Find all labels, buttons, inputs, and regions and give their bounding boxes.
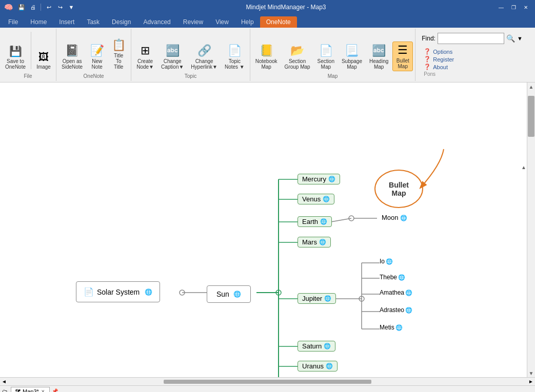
jupiter-ie-icon: 🌐 (324, 295, 331, 302)
amathea-node[interactable]: Amathea 🌐 (380, 289, 412, 296)
map3-tab-close[interactable]: ✕ (41, 389, 45, 393)
scroll-down-button[interactable]: ▼ (527, 369, 535, 377)
map-canvas[interactable]: Bullet Map 📄 Solar System 🌐 Sun 🌐 Mercur… (0, 82, 527, 377)
sun-node[interactable]: Sun 🌐 (207, 285, 251, 303)
earth-label: Earth (302, 218, 318, 225)
open-as-sidenote-icon: 📓 (65, 44, 79, 57)
new-note-label: NewNote (92, 58, 103, 70)
ribbon-group-topic: ⊞ CreateNode▼ 🔤 ChangeCaption▼ 🔗 ChangeH… (131, 29, 250, 81)
scroll-up-arrow[interactable]: ▲ (521, 164, 526, 170)
tab-help[interactable]: Help (235, 16, 260, 28)
metis-node[interactable]: Metis 🌐 (380, 324, 403, 331)
notebook-map-label: NotebookMap (255, 58, 278, 70)
section-group-map-icon: 📂 (290, 44, 304, 57)
title-to-title-button[interactable]: 📋 TitleToTitle (108, 37, 129, 71)
bullet-map-button[interactable]: ☰ BulletMap (392, 42, 413, 71)
qat-save[interactable]: 💾 (17, 3, 26, 12)
tab-view[interactable]: View (209, 16, 235, 28)
save-to-onenote-button[interactable]: 💾 Save toOneNote (2, 44, 29, 71)
tab-pin-button[interactable]: 📌 (51, 387, 59, 393)
onenote-group-label: OneNote (58, 72, 129, 80)
saturn-node[interactable]: Saturn 🌐 (298, 341, 335, 352)
scroll-track[interactable] (527, 91, 535, 369)
about-link[interactable]: ❓ About (424, 64, 527, 70)
scroll-thumb[interactable] (528, 96, 534, 137)
new-note-button[interactable]: 📝 NewNote (87, 43, 107, 71)
section-map-button[interactable]: 📄 SectionMap (314, 43, 338, 71)
scroll-left-button[interactable]: ◄ (0, 378, 8, 386)
mercury-ie-icon: 🌐 (328, 176, 335, 182)
tab-design[interactable]: Design (106, 16, 137, 28)
metis-ie-icon: 🌐 (395, 324, 403, 331)
find-input[interactable] (438, 33, 504, 44)
restore-button[interactable]: ❐ (508, 3, 519, 12)
image-button[interactable]: 🖼 Image (33, 50, 54, 71)
pons-label: Pons (424, 71, 527, 77)
jupiter-node[interactable]: Jupiter 🌐 (298, 293, 336, 304)
ribbon-group-onenote-content: 📓 Open asSideNote 📝 NewNote 📋 TitleToTit… (58, 30, 129, 72)
tab-onenote[interactable]: OneNote (260, 16, 297, 28)
balloon-arrow-svg (0, 82, 527, 377)
uranus-node[interactable]: Uranus 🌐 (298, 361, 338, 372)
tab-advanced[interactable]: Advanced (137, 16, 176, 28)
tab-task[interactable]: Task (81, 16, 106, 28)
h-scroll-thumb[interactable] (164, 380, 371, 384)
change-hyperlink-button[interactable]: 🔗 ChangeHyperlink▼ (188, 43, 221, 71)
change-caption-button[interactable]: 🔤 ChangeCaption▼ (158, 43, 187, 71)
solar-system-node[interactable]: 📄 Solar System 🌐 (76, 281, 160, 302)
tab-file[interactable]: File (2, 16, 24, 28)
topic-notes-button[interactable]: 📄 TopicNotes ▼ (222, 43, 248, 71)
window-title: Mindjet MindManager - Map3 (76, 4, 496, 11)
section-group-map-button[interactable]: 📂 SectionGroup Map (282, 43, 313, 71)
h-scroll-track[interactable] (8, 379, 527, 384)
moon-label: Moon (382, 214, 399, 221)
right-scrollbar[interactable]: ▲ ▼ (527, 82, 535, 377)
mercury-node[interactable]: Mercury 🌐 (298, 174, 340, 184)
register-link[interactable]: ❓ Register (424, 56, 527, 63)
thebe-node[interactable]: Thebe 🌐 (380, 274, 405, 281)
save-to-onenote-icon: 💾 (9, 45, 22, 57)
options-link[interactable]: ❓ Options (424, 48, 527, 55)
io-node[interactable]: Io 🌐 (380, 258, 393, 265)
svg-line-14 (331, 218, 351, 222)
tab-insert[interactable]: Insert (53, 16, 81, 28)
venus-node[interactable]: Venus 🌐 (298, 194, 334, 204)
open-as-sidenote-button[interactable]: 📓 Open asSideNote (58, 43, 86, 71)
earth-node[interactable]: Earth 🌐 (298, 216, 332, 227)
qat-redo[interactable]: ↪ (55, 3, 65, 12)
minimize-button[interactable]: — (496, 3, 506, 12)
about-icon: ❓ (424, 64, 431, 70)
horizontal-scrollbar[interactable]: ◄ ► (0, 377, 535, 385)
find-icon[interactable]: 🔍 (506, 34, 515, 43)
heading-map-button[interactable]: 🔤 HeadingMap (366, 43, 391, 71)
qat-print[interactable]: 🖨 (28, 3, 37, 12)
bullet-map-icon: ☰ (398, 44, 408, 57)
tab-review[interactable]: Review (177, 16, 209, 28)
create-node-button[interactable]: ⊞ CreateNode▼ (133, 43, 157, 71)
adrasteo-node[interactable]: Adrasteo 🌐 (380, 306, 412, 314)
balloon-label: Bullet Map (389, 181, 409, 197)
svg-point-4 (276, 290, 281, 295)
thebe-ie-icon: 🌐 (398, 274, 405, 281)
venus-ie-icon: 🌐 (323, 196, 330, 202)
map3-tab[interactable]: 🗺 Map3* ✕ (11, 387, 50, 393)
map3-tab-icon: 🗺 (15, 388, 21, 392)
mars-node[interactable]: Mars 🌐 (298, 237, 331, 247)
close-button[interactable]: ✕ (521, 3, 531, 12)
register-icon: ❓ (424, 56, 431, 63)
venus-label: Venus (302, 195, 321, 203)
register-label: Register (433, 56, 454, 63)
qat-more[interactable]: ▼ (67, 3, 76, 12)
tab-home[interactable]: Home (24, 16, 53, 28)
find-options-icon[interactable]: ▼ (517, 35, 523, 42)
jupiter-label: Jupiter (302, 295, 322, 302)
moon-node[interactable]: Moon 🌐 (379, 213, 410, 222)
qat-undo[interactable]: ↩ (44, 3, 53, 12)
svg-point-19 (359, 296, 364, 301)
scroll-up-button[interactable]: ▲ (527, 82, 535, 91)
notebook-map-button[interactable]: 📒 NotebookMap (252, 43, 281, 71)
subpage-map-button[interactable]: 📃 SubpageMap (339, 43, 365, 71)
tab-icon: 🗂 (2, 388, 8, 393)
map3-tab-label: Map3* (23, 388, 39, 393)
scroll-right-button[interactable]: ► (527, 378, 535, 386)
